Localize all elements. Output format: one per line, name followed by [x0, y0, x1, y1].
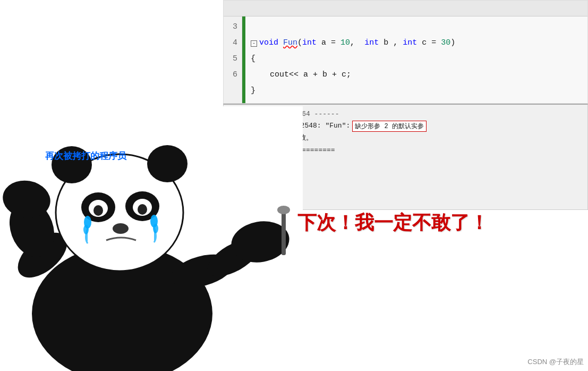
- panda-meme-area: 再次被拷打的程序员: [0, 106, 303, 371]
- svg-rect-8: [282, 213, 286, 255]
- code-content: -void Fun(int a = 10, int b , int c = 30…: [245, 16, 461, 104]
- code-line-3: -void Fun(int a = 10, int b , int c = 30…: [251, 38, 455, 47]
- svg-point-18: [138, 204, 147, 215]
- code-line-5: cout<< a + b + c;: [251, 70, 351, 79]
- code-editor-panel: 3 4 5 6 -void Fun(int a = 10, int b , in…: [223, 0, 588, 104]
- code-line-4: {: [251, 54, 255, 63]
- next-time-text: 下次！我一定不敢了！: [297, 210, 489, 236]
- collapse-icon[interactable]: -: [251, 40, 257, 47]
- code-line-top: [224, 1, 587, 16]
- error-highlight-box: 缺少形参 2 的默认实参: [352, 121, 427, 132]
- beaten-programmer-label: 再次被拷打的程序员: [45, 150, 126, 162]
- csdn-watermark: CSDN @子夜的星: [527, 357, 584, 367]
- code-line-6: }: [251, 86, 255, 95]
- svg-point-9: [277, 206, 290, 214]
- svg-point-19: [113, 223, 129, 234]
- panda-container: 再次被拷打的程序员: [0, 106, 303, 371]
- panda-illustration: [0, 106, 303, 371]
- code-line-area: 3 4 5 6 -void Fun(int a = 10, int b , in…: [224, 16, 587, 104]
- svg-point-17: [93, 205, 103, 216]
- svg-point-12: [147, 145, 188, 182]
- line-numbers: 3 4 5 6: [224, 16, 242, 104]
